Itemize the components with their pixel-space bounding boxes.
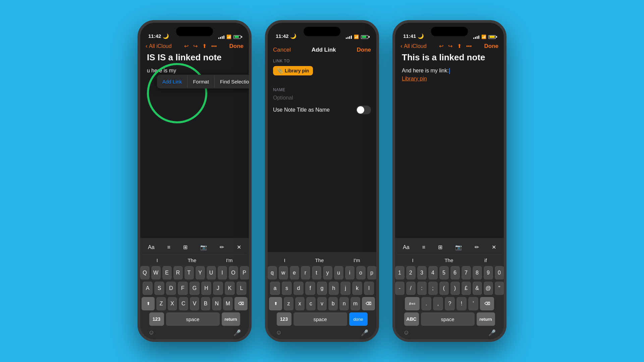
kb-list-tool[interactable]: ≡ — [165, 243, 173, 252]
key2-i[interactable]: i — [345, 266, 355, 280]
key3-dash[interactable]: - — [395, 282, 405, 295]
key2-space[interactable]: space — [293, 312, 347, 326]
key2-q[interactable]: q — [268, 266, 277, 280]
key-a[interactable]: A — [143, 282, 153, 295]
undo-icon-3[interactable]: ↩ — [439, 43, 443, 49]
key3-apos[interactable]: ' — [468, 297, 478, 310]
key3-space[interactable]: space — [421, 312, 475, 326]
key-e[interactable]: E — [162, 266, 172, 280]
redo-icon-1[interactable]: ↪ — [193, 43, 198, 49]
key-p[interactable]: P — [240, 266, 249, 280]
done-button-3[interactable]: Done — [484, 43, 499, 50]
suggestion-im[interactable]: I'm — [223, 257, 235, 264]
key3-comma[interactable]: , — [433, 297, 443, 310]
key2-d[interactable]: d — [293, 282, 304, 295]
key2-p[interactable]: p — [367, 266, 377, 280]
undo-icon-1[interactable]: ↩ — [184, 43, 189, 49]
key3-lpar[interactable]: ( — [439, 282, 449, 295]
more-icon-1[interactable]: ••• — [211, 43, 217, 49]
key2-l[interactable]: l — [364, 282, 374, 295]
key2-m[interactable]: m — [351, 297, 360, 310]
key3-hash[interactable]: #+= — [405, 297, 420, 310]
name-input-placeholder[interactable]: Optional — [273, 94, 371, 102]
key3-pound[interactable]: £ — [462, 282, 471, 295]
key3-delete[interactable]: ⌫ — [480, 297, 494, 310]
key-u[interactable]: U — [207, 266, 216, 280]
suggestion-the-2[interactable]: The — [312, 257, 326, 264]
dialog-cancel-button[interactable]: Cancel — [273, 47, 291, 53]
kb-close-tool[interactable]: ✕ — [234, 243, 244, 252]
kb-camera-tool-3[interactable]: 📷 — [452, 243, 465, 252]
key2-f[interactable]: f — [305, 282, 315, 295]
library-pin-tag[interactable]: 📎 Library pin — [273, 66, 313, 75]
key-space[interactable]: space — [166, 312, 220, 326]
suggestion-i-3[interactable]: I — [409, 257, 416, 264]
key-w[interactable]: W — [151, 266, 161, 280]
key2-c[interactable]: c — [306, 297, 316, 310]
kb-list-tool-3[interactable]: ≡ — [420, 243, 428, 252]
mic-icon-3[interactable]: 🎤 — [488, 329, 496, 337]
key2-k[interactable]: k — [352, 282, 362, 295]
key2-o[interactable]: o — [356, 266, 366, 280]
kb-close-tool-3[interactable]: ✕ — [489, 243, 499, 252]
dialog-done-button[interactable]: Done — [357, 47, 371, 53]
key2-done[interactable]: done — [349, 312, 368, 326]
key2-v[interactable]: v — [317, 297, 327, 310]
key2-w[interactable]: w — [279, 266, 288, 280]
key3-0[interactable]: 0 — [495, 266, 504, 280]
key-d[interactable]: D — [166, 282, 176, 295]
add-link-menu-item[interactable]: Add Link — [157, 75, 187, 88]
key-y[interactable]: Y — [196, 266, 205, 280]
suggestion-if-3[interactable]: if — [482, 257, 490, 264]
library-pin-link[interactable]: Library pin — [402, 76, 427, 81]
key2-u[interactable]: u — [334, 266, 343, 280]
key2-z[interactable]: z — [284, 297, 293, 310]
key2-y[interactable]: y — [323, 266, 332, 280]
suggestion-i-2[interactable]: I — [281, 257, 288, 264]
key3-2[interactable]: 2 — [406, 266, 416, 280]
key3-question[interactable]: ? — [445, 297, 455, 310]
key3-abc[interactable]: ABC — [404, 312, 419, 326]
back-button-1[interactable]: ‹ All iCloud — [146, 43, 172, 50]
key-g[interactable]: G — [190, 282, 200, 295]
key2-j[interactable]: j — [340, 282, 351, 295]
key-j[interactable]: J — [213, 282, 223, 295]
key2-n[interactable]: n — [339, 297, 349, 310]
mic-icon-2[interactable]: 🎤 — [361, 329, 368, 337]
emoji-icon-2[interactable]: ☺ — [276, 329, 282, 337]
key2-r[interactable]: r — [301, 266, 310, 280]
key3-return[interactable]: return — [477, 312, 495, 326]
key-o[interactable]: O — [229, 266, 238, 280]
key3-rpar[interactable]: ) — [450, 282, 460, 295]
key3-amp[interactable]: & — [473, 282, 482, 295]
key2-s[interactable]: s — [282, 282, 292, 295]
key-shift[interactable]: ⬆ — [142, 297, 155, 310]
key-delete[interactable]: ⌫ — [234, 297, 248, 310]
redo-icon-3[interactable]: ↪ — [448, 43, 452, 49]
kb-font-tool-3[interactable]: Aa — [400, 243, 412, 252]
key2-x[interactable]: x — [295, 297, 305, 310]
key-b[interactable]: B — [201, 297, 210, 310]
key2-h[interactable]: h — [329, 282, 339, 295]
key3-3[interactable]: 3 — [417, 266, 427, 280]
key-h[interactable]: H — [201, 282, 211, 295]
key-s[interactable]: S — [154, 282, 164, 295]
key-x[interactable]: X — [168, 297, 177, 310]
key3-7[interactable]: 7 — [462, 266, 471, 280]
kb-font-tool[interactable]: Aa — [145, 243, 157, 252]
share-icon-3[interactable]: ⬆ — [457, 43, 462, 49]
key3-semi[interactable]: ; — [428, 282, 438, 295]
key3-8[interactable]: 8 — [473, 266, 482, 280]
key-c[interactable]: C — [179, 297, 188, 310]
done-button-1[interactable]: Done — [229, 43, 244, 50]
key2-e[interactable]: e — [290, 266, 299, 280]
key3-slash[interactable]: / — [406, 282, 416, 295]
find-selection-menu-item[interactable]: Find Selection — [215, 75, 252, 88]
kb-pencil-tool[interactable]: ✏ — [217, 243, 227, 252]
key-t[interactable]: T — [184, 266, 194, 280]
mic-icon-1[interactable]: 🎤 — [233, 329, 241, 337]
key3-9[interactable]: 9 — [484, 266, 493, 280]
key-i[interactable]: I — [218, 266, 227, 280]
key3-period[interactable]: . — [421, 297, 431, 310]
key3-colon[interactable]: : — [417, 282, 427, 295]
